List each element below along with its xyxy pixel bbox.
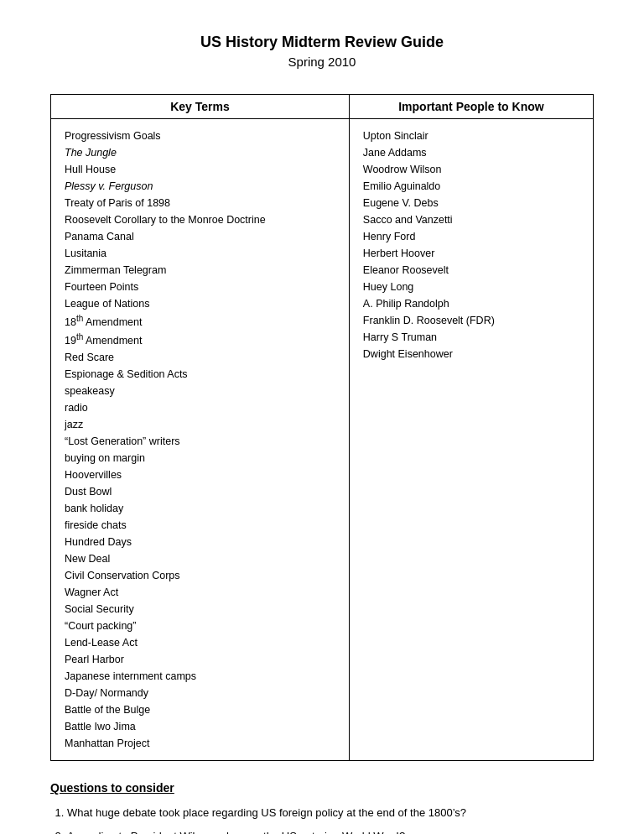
term-item: Hull House — [65, 161, 335, 178]
question-item: According to President Wilson, why was t… — [67, 828, 594, 834]
term-item: Lusitania — [65, 245, 335, 262]
term-item: Espionage & Sedition Acts — [65, 366, 335, 383]
page-title: US History Midterm Review Guide — [50, 34, 594, 51]
person-item: Jane Addams — [363, 144, 579, 161]
person-item: Franklin D. Roosevelt (FDR) — [363, 312, 579, 329]
person-item: Sacco and Vanzetti — [363, 211, 579, 228]
person-item: Woodrow Wilson — [363, 161, 579, 178]
term-item: Treaty of Paris of 1898 — [65, 195, 335, 211]
person-item: Emilio Aguinaldo — [363, 178, 579, 195]
term-item: bank holiday — [65, 500, 335, 517]
person-item: Eleanor Roosevelt — [363, 262, 579, 279]
col-terms-header: Key Terms — [51, 95, 350, 119]
person-item: Eugene V. Debs — [363, 195, 579, 211]
page-subtitle: Spring 2010 — [50, 55, 594, 69]
person-item: Huey Long — [363, 279, 579, 295]
term-item: 19th Amendment — [65, 331, 335, 349]
term-item: Panama Canal — [65, 228, 335, 245]
person-item: Herbert Hoover — [363, 245, 579, 262]
term-item: Lend-Lease Act — [65, 634, 335, 651]
person-item: Upton Sinclair — [363, 128, 579, 144]
people-cell: Upton SinclairJane AddamsWoodrow WilsonE… — [349, 119, 593, 761]
person-item: Henry Ford — [363, 228, 579, 245]
term-item: Pearl Harbor — [65, 651, 335, 668]
term-item: D-Day/ Normandy — [65, 685, 335, 701]
person-item: Dwight Eisenhower — [363, 346, 579, 362]
term-item: Red Scare — [65, 349, 335, 366]
term-item: Hoovervilles — [65, 467, 335, 483]
term-item: Civil Conservation Corps — [65, 567, 335, 584]
term-item: radio — [65, 399, 335, 416]
term-item: “Lost Generation” writers — [65, 433, 335, 450]
term-item: Manhattan Project — [65, 735, 335, 752]
term-item: buying on margin — [65, 450, 335, 467]
term-item: Progressivism Goals — [65, 128, 335, 144]
col-people-header: Important People to Know — [349, 95, 593, 119]
term-item: “Court packing” — [65, 618, 335, 634]
term-item: Battle Iwo Jima — [65, 718, 335, 735]
person-item: A. Philip Randolph — [363, 295, 579, 312]
main-table: Key Terms Important People to Know Progr… — [50, 94, 594, 761]
term-item: fireside chats — [65, 517, 335, 534]
term-item: Japanese internment camps — [65, 668, 335, 685]
questions-section-title: Questions to consider — [50, 781, 594, 795]
term-item: 18th Amendment — [65, 312, 335, 331]
terms-cell: Progressivism GoalsThe JungleHull HouseP… — [51, 119, 350, 761]
person-item: Harry S Truman — [363, 329, 579, 346]
question-item: What huge debate took place regarding US… — [67, 805, 594, 821]
term-item: Fourteen Points — [65, 279, 335, 295]
term-item: New Deal — [65, 550, 335, 567]
term-item: Zimmerman Telegram — [65, 262, 335, 279]
term-item: Social Security — [65, 601, 335, 618]
term-item: Wagner Act — [65, 584, 335, 601]
term-item: The Jungle — [65, 144, 335, 161]
term-item: Dust Bowl — [65, 483, 335, 500]
term-item: Hundred Days — [65, 534, 335, 550]
term-item: speakeasy — [65, 383, 335, 399]
term-item: Roosevelt Corollary to the Monroe Doctri… — [65, 211, 335, 228]
term-item: jazz — [65, 416, 335, 433]
term-item: Battle of the Bulge — [65, 701, 335, 718]
term-item: League of Nations — [65, 295, 335, 312]
term-item: Plessy v. Ferguson — [65, 178, 335, 195]
